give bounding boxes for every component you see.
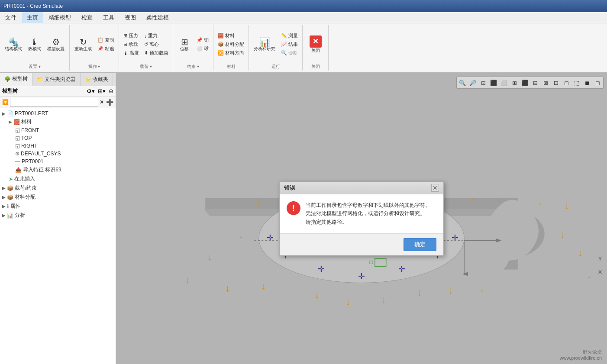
tree-materials-icon: 🧱 [13,119,20,125]
dialog-title: 错误 [284,184,295,192]
btn-ball[interactable]: ⚪ 球 [195,45,210,53]
tree-columns-icon[interactable]: ⊞▾ [98,88,106,94]
btn-regenerate[interactable]: ↻ 重新生成 [72,36,94,53]
tree-item-materials[interactable]: ▶ 🧱 材料 [0,117,116,126]
tab-model-tree[interactable]: 🌳 模型树 [0,73,32,86]
btn-results[interactable]: 📈 结果 [279,40,300,48]
menu-home[interactable]: 主页 [22,12,43,23]
menu-view[interactable]: 视图 [119,12,141,23]
tree-expand-arrow[interactable]: ▶ [2,111,6,116]
btn-pin[interactable]: 📌 销 [195,36,210,44]
btn-preload[interactable]: ⬇ 预加载荷 [142,49,170,57]
menu-flex[interactable]: 柔性建模 [141,12,174,23]
btn-diagnose[interactable]: 🔍 诊断 [279,49,300,57]
loads-group-label[interactable]: 载荷 ▾ [140,64,152,70]
tree-item-prt0001[interactable]: ▶ 📄 PRT0001.PRT [0,110,116,117]
btn-model-settings[interactable]: ⚙ 模型设置 [45,36,67,53]
tree-props-arrow[interactable]: ▶ [2,204,6,209]
tab-folder-browser[interactable]: 📁 文件夹浏览器 [32,73,81,86]
clear-search-icon[interactable]: ✕ [100,99,104,105]
tree-item-matdist[interactable]: ▶ 📦 材料分配 [0,193,116,202]
tree-title: 模型树 [2,87,85,95]
menu-tools[interactable]: 工具 [98,12,119,23]
tree-loads-arrow[interactable]: ▶ [2,186,6,190]
btn-centrifugal[interactable]: ↺ 离心 [142,40,170,48]
loads-col1: ⊞ 压力 ⊟ 承载 🌡 温度 [122,32,141,57]
regenerate-icon: ↻ [80,38,87,46]
btn-material-dist[interactable]: 📦 材料分配 [216,40,246,48]
error-dialog: 错误 ✕ ! 当前工作目录包含字母数字和下划线以外的其他字符。 无法对此模型进行… [279,181,444,256]
tree-filter-icon[interactable]: ⊕ [109,88,113,94]
centrifugal-icon: ↺ [144,42,148,47]
ball-icon: ⚪ [197,46,203,52]
ribbon-group-constraints: ⊞ 位移 📌 销 ⚪ 球 约束 ▾ [173,25,213,71]
tree-analysis-arrow[interactable]: ▶ [2,213,6,218]
ribbon-group-constraints-inner: ⊞ 位移 📌 销 ⚪ 球 [176,26,210,63]
dialog-message: 当前工作目录包含字母数字和下划线以外的其他字符。 无法对此模型进行网格化，或运行… [306,201,430,226]
tree-item-top[interactable]: ◱ TOP [0,134,116,142]
tree-right-icon: ◱ [15,143,20,149]
btn-paste[interactable]: 📌 粘贴 [96,45,116,53]
btn-pressure[interactable]: ⊞ 压力 [122,32,141,40]
tree-item-prt0001-feat[interactable]: — PRT0001 [0,158,116,165]
btn-structure-mode[interactable]: 🔩 结构模式 [3,36,24,53]
paste-icon: 📌 [97,46,103,52]
menu-file[interactable]: 文件 [0,12,22,23]
dialog-ok-button[interactable]: 确定 [404,238,436,251]
temperature-icon: 🌡 [123,51,128,56]
tree-item-import[interactable]: 📥 导入特征 标识69 [0,165,116,174]
btn-displace[interactable]: ⊞ 位移 [176,36,193,53]
ribbon-group-operations-inner: ↻ 重新生成 📋 复制 📌 粘贴 [72,26,116,63]
structure-icon: 🔩 [8,38,19,46]
menu-refine[interactable]: 精细模型 [43,12,76,23]
ribbon-group-close-inner: ✕ 关闭 [306,26,325,63]
main-area: 🌳 模型树 📁 文件夹浏览器 ⭐ 收藏夹 模型树 ⚙▾ ⊞▾ ⊕ 🔽 ✕ ➕ [0,73,607,364]
btn-bearing[interactable]: ⊟ 承载 [122,40,141,48]
tree-settings-icon[interactable]: ⚙▾ [87,88,95,94]
btn-copy[interactable]: 📋 复制 [96,36,116,44]
operations-group-label[interactable]: 操作 ▾ [88,64,100,70]
tree-materials-arrow[interactable]: ▶ [9,119,12,124]
ribbon-group-settings: 🔩 结构模式 🌡 热模式 ⚙ 模型设置 设置 ▾ [0,25,70,71]
btn-close[interactable]: ✕ 关闭 [306,34,325,55]
results-icon: 📈 [281,42,287,47]
ribbon-group-loads-inner: ⊞ 压力 ⊟ 承载 🌡 温度 ↓ 重力 [122,26,170,63]
btn-thermal-mode[interactable]: 🌡 热模式 [26,36,43,53]
left-panel: 🌳 模型树 📁 文件夹浏览器 ⭐ 收藏夹 模型树 ⚙▾ ⊞▾ ⊕ 🔽 ✕ ➕ [0,73,116,364]
tree-item-loads[interactable]: ▶ 📦 载荷/约束 [0,184,116,193]
materials-group-label: 材料 [227,64,236,70]
operations-col: ↻ 重新生成 [72,36,94,53]
tree-item-csys[interactable]: ⊕ DEFAULT_CSYS [0,150,116,158]
filter-icon: 🔽 [2,99,9,105]
tree-matdist-arrow[interactable]: ▶ [2,195,6,200]
search-input[interactable] [10,98,98,106]
ribbon-group-close: ✕ 关闭 关闭 [303,25,329,71]
tree-file-icon: 📄 [7,110,13,116]
copy-paste-col: 📋 复制 📌 粘贴 [96,36,116,53]
btn-material-dir[interactable]: 🔀 材料方向 [216,49,246,57]
title-bar: PRT0001 - Creo Simulate [0,0,607,12]
constraints-group-label[interactable]: 约束 ▾ [187,64,199,70]
ribbon: 🔩 结构模式 🌡 热模式 ⚙ 模型设置 设置 ▾ ↻ [0,23,607,73]
tree-item-properties[interactable]: ▶ ℹ 属性 [0,202,116,211]
settings-group-label[interactable]: 设置 ▾ [29,64,41,70]
tree-item-analysis[interactable]: ▶ 📊 分析 [0,211,116,220]
tree-item-front[interactable]: ◱ FRONT [0,126,116,134]
tree-item-right[interactable]: ◱ RIGHT [0,142,116,150]
btn-material[interactable]: 🧱 材料 [216,32,246,40]
menu-bar: 文件 主页 精细模型 检查 工具 视图 柔性建模 [0,12,607,23]
tab-favorites[interactable]: ⭐ 收藏夹 [81,73,113,86]
analysis-icon: 📊 [259,38,270,46]
tree-item-insert[interactable]: ➤ 在此插入 [0,174,116,184]
run-col: 📏 测量 📈 结果 🔍 诊断 [279,32,300,57]
dialog-close-button[interactable]: ✕ [431,184,439,192]
measure-icon: 📏 [281,33,287,39]
btn-gravity[interactable]: ↓ 重力 [142,32,170,40]
tree-import-icon: 📥 [15,167,22,173]
btn-temperature[interactable]: 🌡 温度 [122,49,141,57]
btn-measure[interactable]: 📏 测量 [279,32,300,40]
menu-inspect[interactable]: 检查 [76,12,98,23]
material-dir-icon: 🔀 [218,50,224,56]
add-filter-icon[interactable]: ➕ [106,99,113,106]
btn-analysis[interactable]: 📊 分析和研究 [252,36,278,53]
